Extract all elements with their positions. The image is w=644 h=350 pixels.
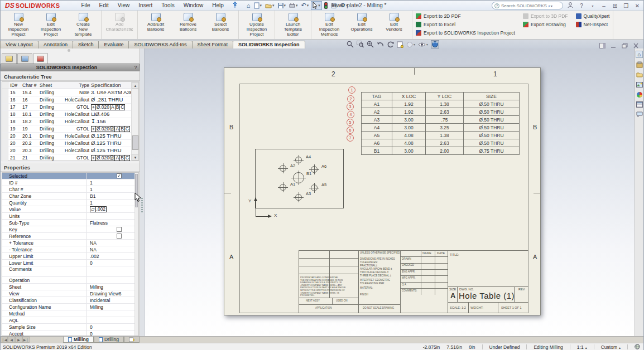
- display-style-icon[interactable]: ▾: [406, 40, 415, 48]
- rotate-view-icon[interactable]: [387, 40, 394, 48]
- select-balloons-button[interactable]: Select Balloons: [204, 12, 237, 38]
- tree-row[interactable]: 1818.1DrillingHoleCallout⊔Ø.406: [2, 111, 131, 118]
- balloon-5[interactable]: 5: [347, 119, 354, 126]
- tree-scroll-thumb[interactable]: [132, 135, 138, 150]
- maximize-button[interactable]: ⊞: [611, 3, 619, 9]
- property-row-method[interactable]: Method: [2, 310, 138, 317]
- property-row-quantity[interactable]: Quantity1: [2, 200, 138, 206]
- sheet-tab-milling[interactable]: Milling: [63, 337, 94, 343]
- tab-sketch[interactable]: Sketch: [73, 41, 99, 48]
- export-edrawing-button[interactable]: Export eDrawing: [523, 21, 568, 28]
- checkbox-checked[interactable]: ✓: [117, 173, 122, 178]
- home-tab-icon[interactable]: ⌂: [636, 51, 643, 58]
- property-row-operation[interactable]: Operation: [2, 277, 138, 284]
- property-row-lower-limit[interactable]: Lower Limit0: [2, 260, 138, 266]
- hide-show-items-icon[interactable]: ▾: [418, 40, 428, 48]
- property-row-tolerance[interactable]: + ToleranceNA: [2, 240, 138, 246]
- open-document-button[interactable]: ▾: [264, 1, 276, 10]
- edit-vendors-button[interactable]: Edit Vendors: [378, 12, 410, 38]
- view-palette-icon[interactable]: [636, 81, 643, 88]
- tree-row[interactable]: 2121DrillingGTOL⌖Ø.020ⓂABC: [2, 154, 131, 162]
- status-custom[interactable]: Custom▴: [601, 344, 621, 350]
- row-selector[interactable]: [2, 96, 8, 103]
- globe-icon[interactable]: [635, 344, 640, 350]
- property-row-selected[interactable]: Selected✓: [2, 173, 138, 179]
- user-account-icon[interactable]: [566, 2, 574, 9]
- row-selector[interactable]: [2, 140, 8, 147]
- property-row-classification[interactable]: ClassificationIncidental: [2, 297, 138, 304]
- row-selector[interactable]: [2, 125, 8, 132]
- property-row-reference[interactable]: Reference: [2, 233, 138, 240]
- panel-grip[interactable]: [68, 49, 70, 52]
- checkbox-unchecked[interactable]: [117, 234, 122, 239]
- window-minimize-icon[interactable]: [611, 41, 617, 46]
- panel-help-button[interactable]: ?: [132, 65, 139, 70]
- menu-edit[interactable]: Edit: [95, 2, 113, 8]
- tree-row[interactable]: 1515.4DrillingNote3. Use ASTM A36.: [2, 89, 131, 96]
- characteristic-tree-table[interactable]: ID#Char #SheetTypeSpecification1515.4Dri…: [2, 81, 139, 161]
- drawing-sheet[interactable]: 2 1 B B A A TAGX LOCY LOCSIZEA11.921.38Ø…: [224, 67, 541, 315]
- help-caret-icon[interactable]: ▾: [589, 4, 597, 8]
- property-row-view[interactable]: ViewDrawing View6: [2, 290, 138, 297]
- zoom-to-area-icon[interactable]: [357, 40, 364, 48]
- appearances-icon[interactable]: [636, 91, 643, 98]
- properties-grid[interactable]: Selected✓ID #1Char #1Char ZoneB1Quantity…: [2, 172, 139, 336]
- prev-sheet-icon[interactable]: ◀: [8, 337, 15, 343]
- balloon-1[interactable]: 1: [348, 86, 355, 94]
- tab-solidworks-inspection[interactable]: SOLIDWORKS Inspection: [233, 41, 305, 48]
- tab-sheet-format[interactable]: Sheet Format: [192, 41, 234, 48]
- status-1-1[interactable]: 1:1▴: [577, 344, 587, 350]
- add-sheet-tab[interactable]: [124, 337, 140, 343]
- forum-icon[interactable]: [636, 111, 643, 118]
- display-manager-tab[interactable]: [17, 53, 32, 64]
- restore-button[interactable]: ❒: [622, 3, 630, 9]
- new-inspection-project-button[interactable]: New Inspection Project: [2, 12, 35, 38]
- property-row-tolerance[interactable]: - ToleranceNA: [2, 246, 138, 253]
- edit-operations-button[interactable]: Edit Operations: [345, 12, 378, 38]
- graphics-area[interactable]: 2 1 B B A A TAGX LOCY LOCSIZEA11.921.38Ø…: [145, 48, 635, 336]
- row-selector[interactable]: [2, 154, 8, 161]
- new-document-button[interactable]: ▾: [253, 1, 263, 10]
- checkbox-unchecked[interactable]: [117, 227, 122, 232]
- property-row-sample-size[interactable]: Sample Size0: [2, 324, 138, 330]
- zoom-to-fit-icon[interactable]: [347, 40, 354, 48]
- create-new-template-button[interactable]: Create New template: [67, 12, 99, 38]
- row-selector[interactable]: [2, 147, 8, 154]
- custom-properties-icon[interactable]: [636, 101, 643, 108]
- property-row-units[interactable]: Units: [2, 213, 138, 220]
- undo-button[interactable]: ↶▾: [300, 1, 310, 10]
- row-selector[interactable]: [2, 89, 8, 96]
- property-row-char-zone[interactable]: Char ZoneB1: [2, 193, 138, 200]
- minimize-button[interactable]: –: [600, 3, 608, 9]
- export-to-2d-pdf-button[interactable]: Export to 2D PDF: [416, 13, 515, 20]
- feature-manager-tab[interactable]: [2, 53, 17, 64]
- window-restore-icon[interactable]: [622, 41, 628, 46]
- last-sheet-icon[interactable]: ▶❘: [22, 337, 30, 343]
- edit-inspection-methods-button[interactable]: Edit Inspection Methods: [313, 12, 345, 38]
- remove-balloons-button[interactable]: Remove Balloons: [172, 12, 204, 38]
- next-sheet-icon[interactable]: ▶: [15, 337, 22, 343]
- sheet-properties-icon[interactable]: [397, 40, 403, 48]
- property-row-aql[interactable]: AQL: [2, 317, 138, 324]
- tree-row[interactable]: 2020.2DrillingHoleCalloutØ.125 THRU: [2, 140, 131, 147]
- view-settings-icon[interactable]: [431, 40, 439, 48]
- net-inspect-button[interactable]: Net-Inspect: [576, 21, 610, 28]
- launch-template-editor-button[interactable]: Launch Template Editor: [277, 12, 309, 38]
- tab-view-layout[interactable]: View Layout: [0, 41, 39, 48]
- property-row-comments[interactable]: Comments: [2, 266, 138, 277]
- search-input[interactable]: [501, 3, 548, 8]
- balloon-3[interactable]: 3: [347, 103, 354, 110]
- scroll-down-icon[interactable]: ▼: [132, 154, 139, 161]
- balloon-4[interactable]: 4: [347, 111, 354, 118]
- tree-row[interactable]: 1717DrillingGTOL⌖Ø.020ABC: [2, 104, 131, 111]
- window-close-icon[interactable]: [633, 41, 639, 46]
- edit-inspection-project-button[interactable]: Edit Inspection Project: [35, 12, 67, 38]
- caret-up-icon[interactable]: ▴: [619, 346, 621, 349]
- tree-row[interactable]: 2020.3DrillingHoleCalloutØ.125 THRU: [2, 147, 131, 154]
- design-library-icon[interactable]: [636, 61, 643, 68]
- row-selector[interactable]: [2, 104, 8, 110]
- property-row-value[interactable]: Value▱.002: [2, 206, 138, 213]
- tree-row[interactable]: 1818.2DrillingHoleCallout↧.156: [2, 118, 131, 125]
- property-row-configuration-name[interactable]: Configuration NameMilling: [2, 304, 138, 310]
- inspection-manager-tab[interactable]: [33, 53, 48, 64]
